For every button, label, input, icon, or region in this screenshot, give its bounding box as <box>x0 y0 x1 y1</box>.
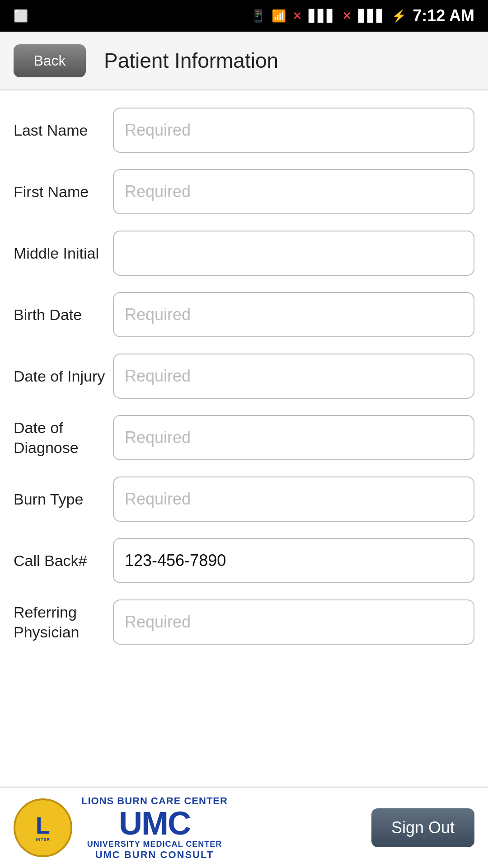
label-referring-physician: Referring Physician <box>14 602 113 642</box>
input-referring-physician[interactable] <box>113 599 474 645</box>
header: Back Patient Information <box>0 32 488 90</box>
signal-bars2-icon: ▋▋▋ <box>358 9 385 23</box>
form-row-call-back: Call Back# <box>0 530 488 591</box>
label-date-of-injury: Date of Injury <box>14 366 113 386</box>
lions-intl-text: INTER <box>36 837 50 842</box>
status-bar: ⬜ 📱 📶 ✕ ▋▋▋ ✕ ▋▋▋ ⚡ 7:12 AM <box>0 0 488 32</box>
signal-bars-icon: ▋▋▋ <box>309 9 336 23</box>
page-title: Patient Information <box>104 48 278 73</box>
signal-x2-icon: ✕ <box>342 9 352 23</box>
form-row-last-name: Last Name <box>0 99 488 161</box>
form-row-birth-date: Birth Date <box>0 284 488 345</box>
form-row-date-of-injury: Date of Injury <box>0 345 488 407</box>
umc-logo: LIONS BURN CARE CENTER UMC UNIVERSITY ME… <box>81 795 228 861</box>
status-time: 7:12 AM <box>413 6 474 25</box>
input-middle-initial[interactable] <box>113 231 474 276</box>
wifi-icon: 📶 <box>272 9 286 23</box>
status-bar-left-icons: ⬜ <box>14 9 28 23</box>
input-date-of-diagnose[interactable] <box>113 415 474 460</box>
status-bar-right-icons: 📱 📶 ✕ ▋▋▋ ✕ ▋▋▋ ⚡ 7:12 AM <box>251 6 474 25</box>
form-row-first-name: First Name <box>0 161 488 222</box>
form-container: Last NameFirst NameMiddle InitialBirth D… <box>0 90 488 787</box>
input-call-back[interactable] <box>113 538 474 583</box>
form-row-referring-physician: Referring Physician <box>0 591 488 653</box>
image-icon: ⬜ <box>14 9 28 23</box>
form-row-date-of-diagnose: Date of Diagnose <box>0 407 488 468</box>
input-first-name[interactable] <box>113 169 474 214</box>
input-burn-type[interactable] <box>113 476 474 522</box>
label-middle-initial: Middle Initial <box>14 243 113 263</box>
label-burn-type: Burn Type <box>14 489 113 509</box>
label-birth-date: Birth Date <box>14 305 113 325</box>
lions-logo: L INTER <box>14 798 72 857</box>
footer: L INTER LIONS BURN CARE CENTER UMC UNIVE… <box>0 787 488 868</box>
footer-logo-area: L INTER LIONS BURN CARE CENTER UMC UNIVE… <box>14 795 228 861</box>
form-row-burn-type: Burn Type <box>0 468 488 530</box>
lions-l-letter: L <box>36 814 50 837</box>
label-last-name: Last Name <box>14 120 113 140</box>
umc-sub1: UNIVERSITY MEDICAL CENTER <box>87 840 222 849</box>
input-date-of-injury[interactable] <box>113 354 474 399</box>
label-date-of-diagnose: Date of Diagnose <box>14 418 113 458</box>
sign-out-button[interactable]: Sign Out <box>371 808 474 847</box>
signal-x-icon: ✕ <box>292 9 302 23</box>
label-call-back: Call Back# <box>14 551 113 571</box>
umc-sub2: UMC BURN CONSULT <box>95 849 214 861</box>
label-first-name: First Name <box>14 182 113 202</box>
umc-main-label: UMC <box>119 807 190 840</box>
battery-icon: ⚡ <box>392 9 406 23</box>
form-row-middle-initial: Middle Initial <box>0 222 488 284</box>
input-last-name[interactable] <box>113 108 474 153</box>
back-button[interactable]: Back <box>14 44 86 77</box>
phone-icon: 📱 <box>251 9 265 23</box>
input-birth-date[interactable] <box>113 292 474 337</box>
